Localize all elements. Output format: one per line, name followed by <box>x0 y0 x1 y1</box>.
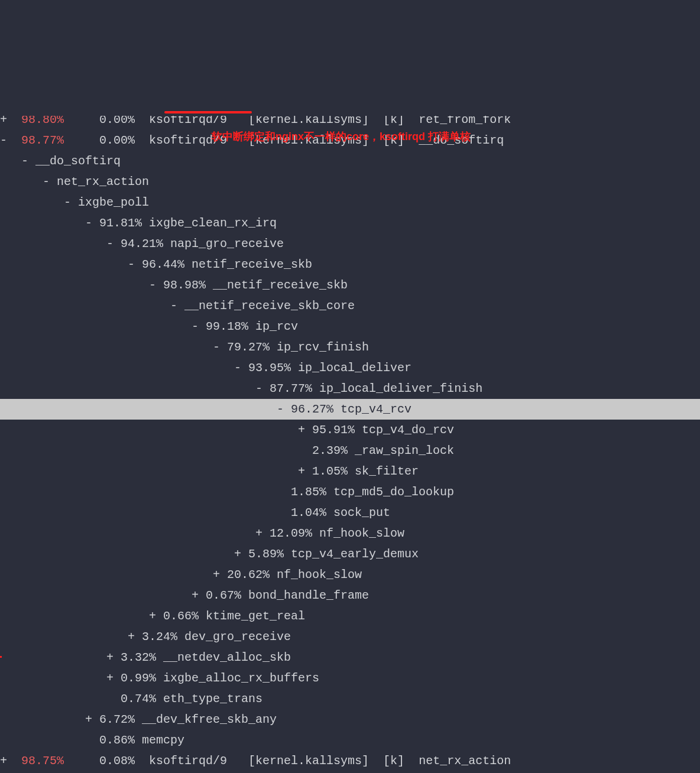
perf-line[interactable]: - 99.18% ip_rcv <box>0 316 700 337</box>
overhead-percent: 98.77% <box>21 134 64 147</box>
perf-line[interactable]: + 3.32% __netdev_alloc_skb <box>0 647 700 668</box>
perf-line[interactable]: + 5.89% tcp_v4_early_demux <box>0 544 700 564</box>
perf-line[interactable]: + 98.75% 0.08% ksoftirqd/9 [kernel.kalls… <box>0 751 700 771</box>
perf-line[interactable]: - net_rx_action <box>0 171 700 192</box>
perf-line-text: + 1.05% sk_filter <box>0 461 419 482</box>
perf-line-text: - __netif_receive_skb_core <box>0 295 355 316</box>
side-red-mark <box>0 656 2 658</box>
perf-line[interactable]: - 87.77% ip_local_deliver_finish <box>0 378 700 399</box>
perf-line[interactable]: + 6.72% __dev_kfree_skb_any <box>0 709 700 730</box>
perf-line-text: - 94.21% napi_gro_receive <box>0 233 284 254</box>
perf-report-view[interactable]: + 98.80% 0.00% ksoftirqd/9 [kernel.kalls… <box>0 83 700 773</box>
perf-line[interactable]: - __netif_receive_skb_core <box>0 295 700 316</box>
perf-line[interactable]: 2.39% _raw_spin_lock <box>0 440 700 461</box>
perf-line-text: + 12.09% nf_hook_slow <box>0 523 404 544</box>
perf-line-text: + 3.24% dev_gro_receive <box>0 626 291 647</box>
perf-line-text: 1.85% tcp_md5_do_lookup <box>0 482 454 502</box>
perf-line[interactable]: + 1.05% sk_filter <box>0 461 700 482</box>
perf-line[interactable]: - __do_softirq <box>0 151 700 171</box>
perf-line[interactable]: 0.74% eth_type_trans <box>0 688 700 709</box>
perf-line-text: - 96.44% netif_receive_skb <box>0 254 312 275</box>
overhead-percent: 98.80% <box>21 116 64 126</box>
perf-line-text: 0.74% eth_type_trans <box>0 688 262 709</box>
perf-line[interactable]: + 0.99% ixgbe_alloc_rx_buffers <box>0 668 700 688</box>
perf-line[interactable]: - 98.98% __netif_receive_skb <box>0 275 700 295</box>
perf-line[interactable]: - 93.95% ip_local_deliver <box>0 358 700 378</box>
perf-line[interactable]: + 0.66% ktime_get_real <box>0 606 700 626</box>
underline-annotation <box>164 111 252 113</box>
perf-line-text: + 5.89% tcp_v4_early_demux <box>0 544 419 564</box>
perf-line[interactable]: + 0.67% bond_handle_frame <box>0 585 700 606</box>
perf-line-text: 1.04% sock_put <box>0 502 390 523</box>
perf-line-text: + 20.62% nf_hook_slow <box>0 564 362 585</box>
perf-line[interactable]: 0.86% memcpy <box>0 730 700 751</box>
perf-line[interactable]: 1.85% tcp_md5_do_lookup <box>0 482 700 502</box>
perf-line-text: + 3.32% __netdev_alloc_skb <box>0 647 291 668</box>
overhead-percent: 98.75% <box>21 754 64 768</box>
perf-line[interactable]: - 79.27% ip_rcv_finish <box>0 337 700 358</box>
perf-line[interactable]: - ixgbe_poll <box>0 192 700 213</box>
perf-line[interactable]: - 91.81% ixgbe_clean_rx_irq <box>0 213 700 233</box>
perf-line-text: - 79.27% ip_rcv_finish <box>0 337 369 358</box>
perf-line-text: + 98.75% 0.08% ksoftirqd/9 [kernel.kalls… <box>0 751 511 771</box>
perf-line-text: - __do_softirq <box>0 151 121 171</box>
perf-line[interactable]: + 95.91% tcp_v4_do_rcv <box>0 420 700 440</box>
perf-line-text: - 99.18% ip_rcv <box>0 316 298 337</box>
perf-line-text: - 91.81% ixgbe_clean_rx_irq <box>0 213 277 233</box>
perf-line[interactable]: + 20.62% nf_hook_slow <box>0 564 700 585</box>
perf-line[interactable]: 1.04% sock_put <box>0 502 700 523</box>
perf-line-text: + 0.66% ktime_get_real <box>0 606 305 626</box>
perf-line-text: + 6.72% __dev_kfree_skb_any <box>0 709 277 730</box>
perf-line-text: + 0.99% ixgbe_alloc_rx_buffers <box>0 668 319 688</box>
perf-line[interactable]: - 96.44% netif_receive_skb <box>0 254 700 275</box>
perf-line-text: + 0.67% bond_handle_frame <box>0 585 369 606</box>
perf-line[interactable]: - 94.21% napi_gro_receive <box>0 233 700 254</box>
perf-line[interactable]: + 12.09% nf_hook_slow <box>0 523 700 544</box>
perf-line-text: - ixgbe_poll <box>0 192 149 213</box>
perf-line[interactable]: + 3.24% dev_gro_receive <box>0 626 700 647</box>
perf-line-text: + 95.91% tcp_v4_do_rcv <box>0 420 454 440</box>
red-annotation-text: 软中断绑定和nginx不一样的core，ksoftirqd 打满单核 <box>212 128 471 147</box>
perf-line-text: - 98.98% __netif_receive_skb <box>0 275 348 295</box>
perf-line-text: - 93.95% ip_local_deliver <box>0 358 411 378</box>
perf-line-text: - 96.27% tcp_v4_rcv <box>0 399 411 420</box>
perf-line-text: - net_rx_action <box>0 171 149 192</box>
perf-line-text: 0.86% memcpy <box>0 730 184 751</box>
perf-line-text: 2.39% _raw_spin_lock <box>0 440 454 461</box>
perf-line-text: - 87.77% ip_local_deliver_finish <box>0 378 482 399</box>
perf-line[interactable]: - 96.27% tcp_v4_rcv <box>0 399 700 420</box>
